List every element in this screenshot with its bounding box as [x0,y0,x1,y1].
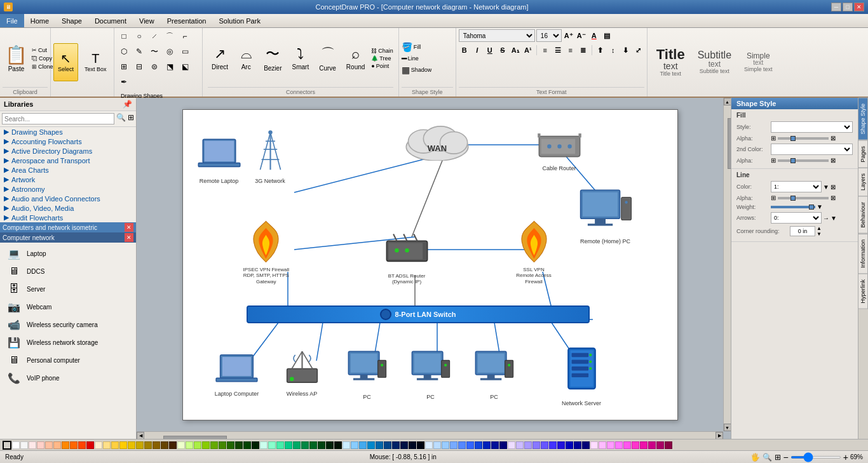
color-swatch[interactable] [607,441,614,449]
bt-adsl-node[interactable]: BT ADSL Router(Dynamic IP) [383,234,431,285]
color-swatch[interactable] [409,441,416,449]
fill-alpha2-slider[interactable] [778,159,829,162]
menu-shape[interactable]: Shape [55,14,88,27]
chain-button[interactable]: ⛓ Chain [371,48,393,54]
point-button[interactable]: ● Point [371,63,393,69]
color-swatch[interactable] [442,441,449,449]
color-swatch[interactable] [62,441,69,449]
color-swatch[interactable] [186,441,193,449]
fill-2nd-select[interactable] [771,144,853,155]
color-swatch[interactable] [86,441,94,449]
corner-down-arrow[interactable]: ▼ [817,231,822,237]
diagram-canvas[interactable]: WAN Remote Laptop [182,109,678,420]
justify-button[interactable]: ≣ [578,44,589,56]
lib-network-close[interactable]: ✕ [125,233,133,242]
color-swatch[interactable] [516,441,524,449]
subtitle-style-button[interactable]: Subtitle text Subtitle text [694,49,735,76]
color-swatch[interactable] [161,441,168,449]
color-swatch[interactable] [45,441,53,449]
poly-tool[interactable]: ⬡ [117,44,131,58]
color-swatch[interactable] [144,441,152,449]
shape-personal-computer[interactable]: 🖥 Personal computer [3,352,133,368]
color-swatch[interactable] [78,441,86,449]
side-tab-layers[interactable]: Layers [858,168,868,196]
color-swatch[interactable] [475,441,482,449]
color-swatch[interactable] [640,441,648,449]
pc3-node[interactable]: PC [472,348,517,401]
lib-drawing-shapes[interactable]: ▶ Drawing Shapes [0,127,136,137]
color-swatch[interactable] [392,441,400,449]
lib-computers-isometric[interactable]: Computers and network isometric ✕ [0,222,136,232]
menu-view[interactable]: View [133,14,161,27]
font-family-select[interactable]: Tahoma [459,29,535,42]
color-swatch[interactable] [285,441,292,449]
valign-mid-button[interactable]: ↕ [607,44,619,56]
tree-button[interactable]: 🌲 Tree [371,55,393,62]
simple-style-button[interactable]: Simple text Simple text [740,51,776,74]
remote-home-pc-node[interactable]: Remote (Home) PC [577,186,634,245]
color-swatch[interactable] [532,441,540,449]
pc2-node[interactable]: PC [409,348,453,401]
shape-laptop[interactable]: 💻 Laptop [3,245,133,262]
color-swatch[interactable] [301,441,309,449]
lib-av-connectors[interactable]: ▶ Audio and Video Connectors [0,194,136,203]
lib-aerospace[interactable]: ▶ Aerospace and Transport [0,156,136,165]
menu-solution-park[interactable]: Solution Park [212,14,266,27]
side-tab-behaviour[interactable]: Behaviour [858,196,868,234]
color-swatch[interactable] [119,441,127,449]
grid-tool[interactable]: ⊞ [117,60,131,74]
window-controls[interactable]: ─ □ ✕ [831,3,864,11]
color-swatch[interactable] [227,441,234,449]
lib-artwork[interactable]: ▶ Artwork [0,175,136,184]
paste-button[interactable]: 📋 Paste [3,29,30,87]
arc-button[interactable]: ⌓ Arc [234,43,257,73]
wan-node[interactable]: WAN [399,119,475,161]
color-swatch[interactable] [37,441,44,449]
expand-button[interactable]: ⤢ [633,44,644,56]
grid-view-icon[interactable]: ⊞ [128,113,134,124]
color-swatch[interactable] [582,441,590,449]
color-swatch[interactable] [169,441,177,449]
strikethrough-button[interactable]: S [497,44,508,56]
color-swatch[interactable] [384,441,391,449]
color-swatch[interactable] [656,441,664,449]
shadow-button[interactable]: ▦ Shadow [402,65,453,75]
color-swatch[interactable] [499,441,507,449]
line-color-arrow[interactable]: ▼ [823,184,829,191]
color-swatch[interactable] [524,441,532,449]
italic-button[interactable]: I [471,44,483,56]
cable-router-node[interactable]: Cable Router [536,129,583,172]
color-swatch[interactable] [491,441,499,449]
3g-network-node[interactable]: 3G Network [253,129,288,185]
color-swatch[interactable] [648,441,656,449]
pen-tool[interactable]: ✒ [117,75,131,89]
lib-computer-network[interactable]: Computer network ✕ [0,232,136,243]
lib-accounting[interactable]: ▶ Accounting Flowcharts [0,137,136,146]
horizontal-scrollbar[interactable]: ◀ ▶ [137,431,723,439]
color-swatch[interactable] [334,441,342,449]
color-swatch[interactable] [574,441,581,449]
side-tab-information[interactable]: Information [858,234,868,274]
lib-av-media[interactable]: ▶ Audio, Video, Media [0,203,136,213]
round-button[interactable]: ⌕ Round [342,43,369,73]
zoom-out-button[interactable]: − [783,452,789,462]
line-alpha-slider[interactable] [778,197,829,199]
color-swatch[interactable] [111,441,119,449]
laptop-computer-node[interactable]: Laptop Computer [215,351,259,398]
color-swatch[interactable] [12,441,20,449]
fill-alpha-slider[interactable] [778,137,829,140]
grid2-tool[interactable]: ⊟ [132,60,146,74]
color-swatch[interactable] [210,441,218,449]
color-swatch[interactable] [450,441,458,449]
window-maximize[interactable]: □ [843,3,853,11]
color-swatch[interactable] [615,441,623,449]
color-swatch[interactable] [219,441,226,449]
shape-network-storage[interactable]: 💾 Wireless network storage [3,334,133,351]
side-tab-hyperlink[interactable]: Hyperlink [858,274,868,309]
scroll-left-btn[interactable]: ◀ [137,432,144,440]
color-swatch[interactable] [202,441,210,449]
rect2-tool[interactable]: ▭ [178,44,192,58]
color-swatch[interactable] [367,441,375,449]
font-color-button[interactable]: A [588,30,600,41]
scroll-up-btn[interactable]: ▲ [724,98,731,105]
